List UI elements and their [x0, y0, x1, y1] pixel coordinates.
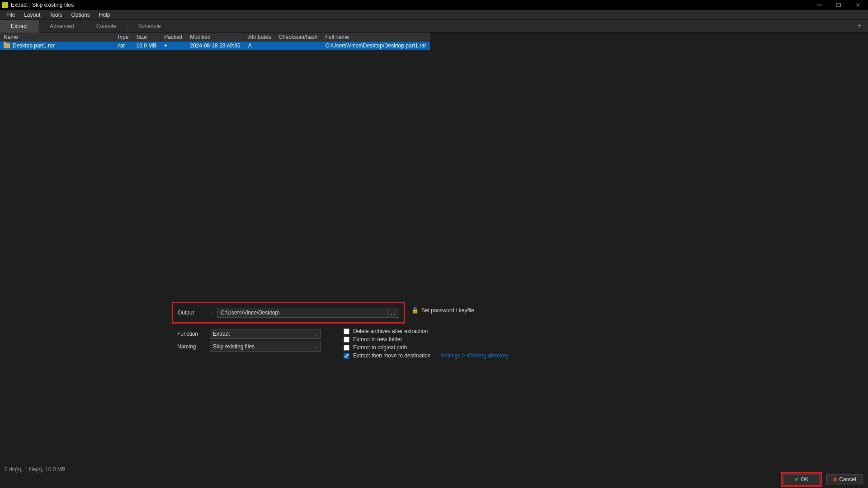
- cell-type: .rar: [113, 42, 132, 50]
- folder-icon: [4, 43, 10, 48]
- cell-packed: +: [160, 42, 186, 50]
- close-button[interactable]: [848, 0, 867, 10]
- ok-label: OK: [801, 476, 808, 483]
- col-fullname[interactable]: Full name: [321, 33, 430, 42]
- checkbox-column: Delete archives after extraction Extract…: [344, 326, 509, 361]
- menubar: File Layout Tools Options Help: [0, 10, 868, 20]
- x-icon: ✖: [833, 476, 837, 483]
- col-name[interactable]: Name: [0, 33, 113, 42]
- chevron-down-icon: ⌄: [314, 332, 318, 337]
- chk-delete-input[interactable]: [344, 328, 349, 334]
- cancel-button[interactable]: ✖ Cancel: [826, 474, 863, 484]
- cell-fullname: C:\Users\Vince\Desktop\Desktop.part1.rar: [321, 42, 430, 50]
- tab-advanced[interactable]: Advanced: [39, 20, 85, 33]
- cancel-label: Cancel: [839, 476, 856, 483]
- button-row: ✔ OK ✖ Cancel: [0, 474, 868, 488]
- col-checksum[interactable]: Checksum/hash: [275, 33, 321, 42]
- output-row: Output ⌄ ...: [172, 302, 405, 324]
- titlebar: Extract | Skip existing files: [0, 0, 868, 10]
- chk-newfolder-label: Extract in new folder: [353, 336, 402, 343]
- menu-tools[interactable]: Tools: [45, 10, 66, 19]
- options-panel: Output ⌄ ... 🔒 Set password / keyfile Fu…: [172, 299, 868, 354]
- menu-help[interactable]: Help: [94, 10, 115, 19]
- table-row[interactable]: Desktop.part1.rar .rar 10.0 MB + 2024-08…: [0, 42, 430, 50]
- cell-name: Desktop.part1.rar: [13, 42, 55, 49]
- chk-new-folder[interactable]: Extract in new folder: [344, 336, 509, 343]
- tab-extract[interactable]: Extract: [0, 20, 39, 33]
- file-list: Name Type Size Packed Modified Attribute…: [0, 33, 868, 465]
- window-title: Extract | Skip existing files: [11, 2, 810, 8]
- tab-schedule[interactable]: Schedule: [127, 20, 172, 33]
- chk-movedest-label: Extract then move to destination: [353, 352, 430, 359]
- menu-options[interactable]: Options: [66, 10, 94, 19]
- chk-move-destination[interactable]: Extract then move to destination Setting…: [344, 352, 509, 359]
- col-type[interactable]: Type: [113, 33, 132, 42]
- chk-delete-archives[interactable]: Delete archives after extraction: [344, 328, 509, 334]
- chevron-down-icon: ⌄: [314, 344, 318, 349]
- col-size[interactable]: Size: [132, 33, 160, 42]
- cell-attributes: A: [244, 42, 275, 50]
- minimize-icon: [817, 3, 822, 7]
- tab-console[interactable]: Console: [85, 20, 127, 33]
- naming-select[interactable]: Skip existing files ⌄: [210, 342, 321, 352]
- file-table: Name Type Size Packed Modified Attribute…: [0, 33, 430, 50]
- settings-workdir-link[interactable]: Settings > Working directory: [441, 352, 509, 359]
- close-icon: [855, 3, 860, 7]
- chk-movedest-input[interactable]: [344, 353, 349, 359]
- browse-button[interactable]: ...: [387, 308, 399, 318]
- output-path-input[interactable]: [217, 308, 387, 318]
- minimize-button[interactable]: [810, 0, 829, 10]
- chk-newfolder-input[interactable]: [344, 337, 349, 343]
- menu-layout[interactable]: Layout: [19, 10, 45, 19]
- check-icon: ✔: [794, 476, 799, 483]
- set-password-link[interactable]: 🔒 Set password / keyfile: [411, 307, 474, 314]
- ok-button[interactable]: ✔ OK: [783, 474, 820, 484]
- cell-checksum: [275, 42, 321, 50]
- menu-file[interactable]: File: [2, 10, 19, 19]
- app-icon: [2, 2, 8, 8]
- add-tab-button[interactable]: +: [854, 21, 864, 31]
- function-select[interactable]: Extract ⌄: [210, 329, 321, 339]
- chk-original-path[interactable]: Extract to original path: [344, 344, 509, 351]
- cell-size: 10.0 MB: [132, 42, 160, 50]
- chk-origpath-input[interactable]: [344, 345, 349, 351]
- maximize-button[interactable]: [829, 0, 848, 10]
- cell-modified: 2024-08-18 23:49:36: [186, 42, 244, 50]
- col-packed[interactable]: Packed: [160, 33, 186, 42]
- function-value: Extract: [213, 331, 230, 337]
- chevron-down-icon[interactable]: ⌄: [210, 310, 214, 315]
- set-password-label: Set password / keyfile: [421, 307, 474, 314]
- col-modified[interactable]: Modified: [186, 33, 244, 42]
- tabbar: Extract Advanced Console Schedule +: [0, 20, 868, 33]
- function-label: Function: [177, 331, 210, 337]
- naming-value: Skip existing files: [213, 343, 255, 350]
- ok-highlight: ✔ OK: [781, 472, 822, 487]
- col-attributes[interactable]: Attributes: [244, 33, 275, 42]
- status-text: 0 dir(s), 1 file(s), 10.0 MB: [5, 466, 66, 473]
- svg-rect-1: [837, 3, 840, 7]
- output-label: Output: [178, 310, 210, 316]
- chk-delete-label: Delete archives after extraction: [353, 328, 428, 334]
- statusbar: 0 dir(s), 1 file(s), 10.0 MB: [0, 465, 868, 474]
- lock-icon: 🔒: [411, 307, 419, 314]
- naming-label: Naming: [177, 343, 210, 350]
- chk-origpath-label: Extract to original path: [353, 344, 407, 351]
- maximize-icon: [836, 3, 841, 7]
